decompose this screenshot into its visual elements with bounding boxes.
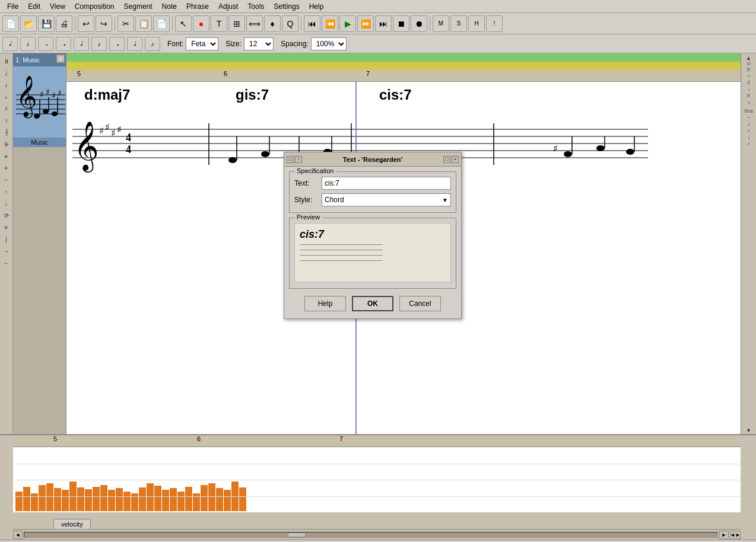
size-select[interactable]: 12 xyxy=(244,37,274,50)
svg-point-40 xyxy=(564,151,572,157)
menu-composition[interactable]: Composition xyxy=(70,1,119,12)
note-tool-3[interactable]: 𝅗 xyxy=(38,37,53,51)
menu-segment[interactable]: Segment xyxy=(119,1,157,12)
redo-button[interactable]: ↪ xyxy=(96,15,112,32)
new-button[interactable]: 📄 xyxy=(2,15,19,32)
menu-file[interactable]: File xyxy=(2,1,23,12)
cancel-button[interactable]: Cancel xyxy=(399,296,441,311)
transport-play[interactable]: ▶ xyxy=(339,15,356,32)
velocity-tab[interactable]: velocity xyxy=(53,519,91,529)
note-tool-6[interactable]: ♪ xyxy=(91,37,107,51)
left-tool-15[interactable]: ≡ xyxy=(1,222,12,232)
open-button[interactable]: 📂 xyxy=(20,15,37,32)
rt-scroll-up[interactable]: ▲ xyxy=(745,55,752,62)
hscroll-expand-btn[interactable]: ◄► xyxy=(730,531,741,539)
print-button[interactable]: 🖨 xyxy=(56,15,72,32)
menu-phrase[interactable]: Phrase xyxy=(182,1,214,12)
menu-note[interactable]: Note xyxy=(157,1,182,12)
left-tool-6[interactable]: ♮ xyxy=(1,115,12,126)
left-tool-5[interactable]: ♯ xyxy=(1,103,12,114)
note-tool-4[interactable]: 𝅘 xyxy=(56,37,71,51)
left-tool-16[interactable]: | xyxy=(1,234,12,244)
note-tool-8[interactable]: ♩ xyxy=(127,37,142,51)
hscroll-track[interactable] xyxy=(24,532,718,538)
punch-button[interactable]: ! xyxy=(486,15,503,32)
status-bar: Time: 007-01-00-00 (24.000s) B3 T Ready.… xyxy=(0,540,756,542)
note-tool-2[interactable]: ♪ xyxy=(20,37,36,51)
left-tool-3[interactable]: ♪ xyxy=(1,79,12,90)
bottom-ruler-7: 7 xyxy=(339,435,343,442)
left-tool-10[interactable]: + xyxy=(1,162,12,173)
note-tool-9[interactable]: ♪ xyxy=(145,37,160,51)
text-input[interactable] xyxy=(322,177,451,190)
filter-tool[interactable]: ♦ xyxy=(264,15,281,32)
left-tool-4[interactable]: ♭ xyxy=(1,91,12,102)
save-button[interactable]: 💾 xyxy=(38,15,55,32)
left-tool-7[interactable]: 𝄞 xyxy=(1,127,12,138)
left-tool-1[interactable]: ⏸ xyxy=(1,56,12,66)
select-tool[interactable]: ↖ xyxy=(175,15,192,32)
transport-end[interactable]: ⏭ xyxy=(375,15,392,32)
zoom-tool[interactable]: Q xyxy=(282,15,298,32)
svg-text:4: 4 xyxy=(126,144,131,155)
help-button[interactable]: Help xyxy=(304,296,346,311)
preview-line-1 xyxy=(300,244,383,245)
segment-staff-view[interactable]: 𝄞 ♯ ♯ ♯ ♯ xyxy=(13,66,66,138)
left-tool-17[interactable]: → xyxy=(1,246,12,256)
solo-button[interactable]: S xyxy=(450,15,467,32)
note-tool-1[interactable]: ♩ xyxy=(2,37,18,51)
menu-edit[interactable]: Edit xyxy=(23,1,45,12)
dialog-title: Text - 'Rosegarden' xyxy=(303,156,442,163)
paste-button[interactable]: 📄 xyxy=(153,15,170,32)
left-tool-2[interactable]: ♩ xyxy=(1,68,12,78)
menu-adjust[interactable]: Adjust xyxy=(214,1,243,12)
ruler-mark-5: 5 xyxy=(77,70,81,77)
left-tool-8[interactable]: 𝄫 xyxy=(1,139,12,149)
transport-start[interactable]: ⏮ xyxy=(304,15,320,32)
left-tool-9[interactable]: 𝄪 xyxy=(1,151,12,161)
dialog-close-btn[interactable]: × xyxy=(452,156,459,163)
grid-tool[interactable]: ⊞ xyxy=(228,15,245,32)
progress-bar xyxy=(66,53,741,62)
left-tool-14[interactable]: ⟳ xyxy=(1,210,12,221)
hscroll-thumb[interactable] xyxy=(288,533,306,537)
transport-stop[interactable]: ⏹ xyxy=(393,15,409,32)
hscroll-right-btn[interactable]: ► xyxy=(719,531,729,539)
note-tool-5[interactable]: ♩ xyxy=(74,37,89,51)
left-tool-13[interactable]: ↓ xyxy=(1,198,12,209)
left-tool-11[interactable]: − xyxy=(1,174,12,185)
rt-scroll-down[interactable]: ▼ xyxy=(745,427,752,434)
menu-settings[interactable]: Settings xyxy=(269,1,304,12)
ok-button[interactable]: OK xyxy=(352,296,393,311)
transport-ffwd[interactable]: ⏩ xyxy=(357,15,374,32)
hscroll-left-btn[interactable]: ◄ xyxy=(13,531,23,539)
transport-record[interactable]: ⏺ xyxy=(411,15,427,32)
style-select-value: Chord xyxy=(325,196,344,204)
menu-tools[interactable]: Tools xyxy=(243,1,269,12)
copy-button[interactable]: 📋 xyxy=(135,15,152,32)
style-select[interactable]: Chord ▼ xyxy=(322,193,451,206)
note-tool-7[interactable]: 𝅘 xyxy=(109,37,125,51)
velocity-bar-3 xyxy=(39,485,46,511)
cut-button[interactable]: ✂ xyxy=(117,15,134,32)
text-tool[interactable]: T xyxy=(211,15,227,32)
menu-view[interactable]: View xyxy=(45,1,70,12)
resize-tool[interactable]: ⟺ xyxy=(246,15,263,32)
velocity-bar-1 xyxy=(23,487,30,511)
erase-tool[interactable]: ● xyxy=(193,15,209,32)
font-select[interactable]: Feta xyxy=(186,37,218,50)
velocity-bar-0 xyxy=(15,492,23,511)
loop-button[interactable]: H xyxy=(468,15,485,32)
segment-close-btn[interactable]: × xyxy=(56,55,65,63)
transport-rewind[interactable]: ⏪ xyxy=(322,15,338,32)
left-tool-12[interactable]: ↑ xyxy=(1,186,12,197)
velocity-bar-29 xyxy=(239,487,246,511)
dialog-maximize-btn[interactable]: □ xyxy=(443,156,450,163)
menu-help[interactable]: Help xyxy=(304,1,329,12)
metronome-button[interactable]: M xyxy=(433,15,449,32)
dialog-rollup-btn[interactable]: ↑ xyxy=(295,156,302,163)
undo-button[interactable]: ↩ xyxy=(78,15,94,32)
left-tool-18[interactable]: ← xyxy=(1,257,12,268)
dialog-minimize-btn[interactable]: □ xyxy=(287,156,294,163)
spacing-select[interactable]: 100% xyxy=(311,37,347,50)
